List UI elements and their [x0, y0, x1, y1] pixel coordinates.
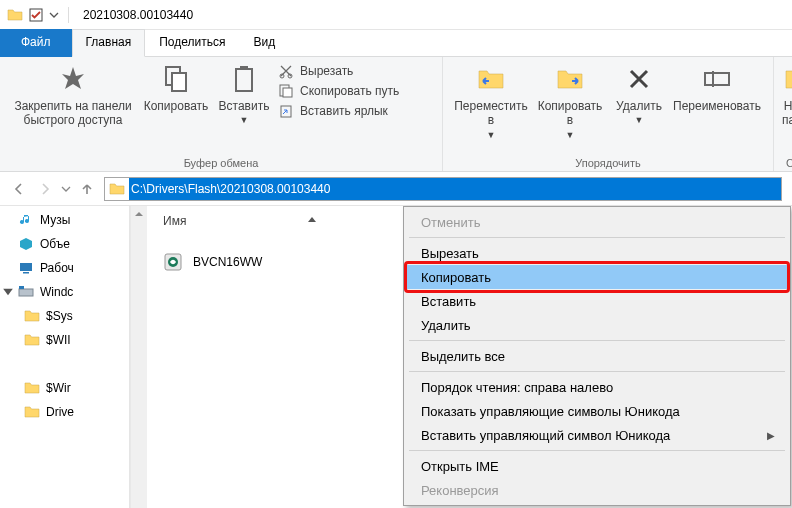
checkbox-checked-icon[interactable]: [29, 8, 43, 22]
pin-quick-access-button[interactable]: Закрепить на панели быстрого доступа: [8, 61, 138, 155]
address-bar: C:\Drivers\Flash\20210308.00103440: [0, 172, 792, 206]
ctx-paste[interactable]: Вставить: [407, 289, 787, 313]
svg-rect-2: [172, 73, 186, 91]
ribbon-tabs: Файл Главная Поделиться Вид: [0, 30, 792, 56]
tree-windows-drive[interactable]: Windc: [0, 280, 129, 304]
rename-button[interactable]: Переименовать: [669, 61, 765, 155]
window-title: 20210308.00103440: [83, 8, 193, 22]
copy-path-button[interactable]: Скопировать путь: [278, 83, 430, 99]
tree-folder-winre[interactable]: $Wir: [0, 376, 129, 400]
ctx-insert-unicode[interactable]: Вставить управляющий символ Юникода▶: [407, 423, 787, 447]
svg-rect-3: [236, 69, 252, 91]
group-caption-organize: Упорядочить: [451, 155, 765, 169]
ribbon-group-organize: Переместить в ▼ Копировать в ▼ Удалить ▼…: [443, 57, 774, 171]
group-caption-new: Соз: [782, 157, 792, 169]
address-field[interactable]: C:\Drivers\Flash\20210308.00103440: [104, 177, 782, 201]
tree-folder-drive[interactable]: Drive: [0, 400, 129, 424]
ctx-copy[interactable]: Копировать: [407, 265, 787, 289]
tree-desktop[interactable]: Рабоч: [0, 256, 129, 280]
separator: [409, 450, 785, 451]
new-folder-button[interactable]: Нова папка: [782, 61, 792, 157]
chevron-down-icon[interactable]: [4, 284, 18, 300]
tab-share[interactable]: Поделиться: [145, 29, 239, 57]
tree-3d-objects[interactable]: Объе: [0, 232, 129, 256]
tab-file[interactable]: Файл: [0, 29, 72, 57]
group-caption-clipboard: Буфер обмена: [8, 155, 434, 169]
file-name: BVCN16WW: [193, 255, 262, 269]
paste-shortcut-button[interactable]: Вставить ярлык: [278, 103, 430, 119]
ctx-show-unicode[interactable]: Показать управляющие символы Юникода: [407, 399, 787, 423]
separator: [409, 237, 785, 238]
tree-folder-sys[interactable]: $Sys: [0, 304, 129, 328]
ctx-select-all[interactable]: Выделить все: [407, 344, 787, 368]
copy-button[interactable]: Копировать: [138, 61, 214, 155]
separator: [68, 7, 69, 23]
ribbon: Закрепить на панели быстрого доступа Коп…: [0, 56, 792, 172]
chevron-down-icon: ▼: [240, 115, 249, 126]
nav-back-button[interactable]: [6, 176, 32, 202]
exe-icon: [163, 252, 183, 272]
tree-scrollbar[interactable]: [130, 206, 147, 508]
folder-icon: [109, 181, 125, 197]
ctx-reconversion: Реконверсия: [407, 478, 787, 502]
ctx-undo: Отменить: [407, 210, 787, 234]
folder-icon: [7, 7, 23, 23]
scroll-up-icon[interactable]: [134, 209, 144, 219]
nav-history-button[interactable]: [58, 176, 74, 202]
chevron-down-icon: ▼: [635, 115, 644, 126]
ctx-reading-order[interactable]: Порядок чтения: справа налево: [407, 375, 787, 399]
move-to-button[interactable]: Переместить в ▼: [451, 61, 531, 155]
chevron-down-icon: ▼: [566, 130, 575, 141]
tree-folder-winbt[interactable]: $WII: [0, 328, 129, 352]
nav-forward-button[interactable]: [32, 176, 58, 202]
ctx-open-ime[interactable]: Открыть IME: [407, 454, 787, 478]
ribbon-group-clipboard: Закрепить на панели быстрого доступа Коп…: [0, 57, 443, 171]
ctx-cut[interactable]: Вырезать: [407, 241, 787, 265]
chevron-down-icon[interactable]: [49, 10, 59, 20]
copy-to-button[interactable]: Копировать в ▼: [531, 61, 609, 155]
address-path[interactable]: C:\Drivers\Flash\20210308.00103440: [129, 178, 781, 200]
nav-up-button[interactable]: [74, 176, 100, 202]
tab-home[interactable]: Главная: [72, 29, 146, 57]
separator: [409, 340, 785, 341]
delete-button[interactable]: Удалить ▼: [609, 61, 669, 155]
title-bar: 20210308.00103440: [0, 0, 792, 30]
nav-tree[interactable]: Музы Объе Рабоч Windc $Sys $WII $Wir Dri…: [0, 206, 130, 508]
chevron-down-icon: ▼: [487, 130, 496, 141]
paste-button[interactable]: Вставить ▼: [214, 61, 274, 155]
svg-rect-14: [19, 289, 33, 296]
svg-rect-15: [19, 286, 24, 289]
separator: [409, 371, 785, 372]
svg-rect-8: [283, 88, 292, 97]
ctx-delete[interactable]: Удалить: [407, 313, 787, 337]
submenu-arrow-icon: ▶: [767, 430, 775, 441]
svg-rect-12: [20, 263, 32, 271]
context-menu: Отменить Вырезать Копировать Вставить Уд…: [403, 206, 791, 506]
ribbon-group-new: Нова папка Соз: [774, 57, 792, 171]
svg-rect-10: [705, 73, 729, 85]
tab-view[interactable]: Вид: [239, 29, 289, 57]
svg-rect-13: [23, 272, 29, 274]
tree-music[interactable]: Музы: [0, 208, 129, 232]
cut-button[interactable]: Вырезать: [278, 63, 430, 79]
svg-rect-4: [240, 66, 248, 70]
